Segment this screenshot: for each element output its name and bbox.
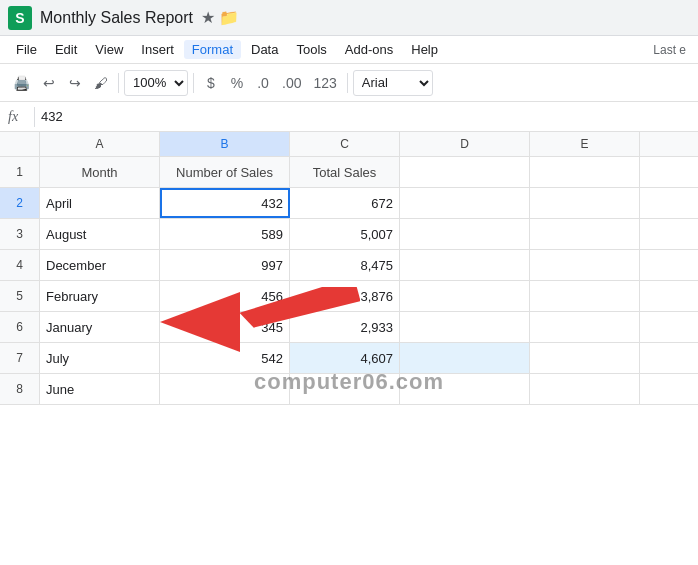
cell-d5[interactable] (400, 281, 530, 311)
cell-c6[interactable]: 2,933 (290, 312, 400, 342)
table-row: 3 August 589 5,007 (0, 219, 698, 250)
menu-file[interactable]: File (8, 40, 45, 59)
menu-view[interactable]: View (87, 40, 131, 59)
cell-a6[interactable]: January (40, 312, 160, 342)
cell-e2[interactable] (530, 188, 640, 218)
row-num[interactable]: 6 (0, 312, 40, 342)
row-num[interactable]: 5 (0, 281, 40, 311)
toolbar-divider-3 (347, 73, 348, 93)
cell-a3[interactable]: August (40, 219, 160, 249)
zoom-select[interactable]: 100% (124, 70, 188, 96)
decimal-inc-button[interactable]: .00 (277, 69, 306, 97)
col-header-c[interactable]: C (290, 132, 400, 156)
title-bar: S Monthly Sales Report ★ 📁 (0, 0, 698, 36)
table-row: 5 February 456 3,876 (0, 281, 698, 312)
app-logo: S (8, 6, 32, 30)
row-num-header (0, 132, 40, 156)
toolbar-divider-2 (193, 73, 194, 93)
cell-b3[interactable]: 589 (160, 219, 290, 249)
cell-a2[interactable]: April (40, 188, 160, 218)
table-row: 6 January 345 2,933 (0, 312, 698, 343)
paint-format-button[interactable]: 🖌 (89, 69, 113, 97)
currency-button[interactable]: $ (199, 69, 223, 97)
cell-a8[interactable]: June (40, 374, 160, 404)
cell-a1[interactable]: Month (40, 157, 160, 187)
cell-d3[interactable] (400, 219, 530, 249)
cell-d1[interactable] (400, 157, 530, 187)
font-select[interactable]: Arial (353, 70, 433, 96)
cell-d6[interactable] (400, 312, 530, 342)
formula-bar: fx 432 (0, 102, 698, 132)
watermark: computer06.com (254, 369, 444, 395)
cell-b6[interactable]: 345 (160, 312, 290, 342)
table-row: 1 Month Number of Sales Total Sales (0, 157, 698, 188)
spreadsheet-wrapper: A B C D E 1 Month Number of Sales Total … (0, 132, 698, 405)
col-header-a[interactable]: A (40, 132, 160, 156)
menu-edit[interactable]: Edit (47, 40, 85, 59)
cell-e6[interactable] (530, 312, 640, 342)
formula-icon: fx (8, 109, 28, 125)
row-num[interactable]: 7 (0, 343, 40, 373)
menu-bar: File Edit View Insert Format Data Tools … (0, 36, 698, 64)
grid: 1 Month Number of Sales Total Sales 2 Ap… (0, 157, 698, 405)
cell-e5[interactable] (530, 281, 640, 311)
formula-bar-divider (34, 107, 35, 127)
menu-addons[interactable]: Add-ons (337, 40, 401, 59)
cell-e3[interactable] (530, 219, 640, 249)
cell-c5[interactable]: 3,876 (290, 281, 400, 311)
toolbar-divider-1 (118, 73, 119, 93)
col-header-b[interactable]: B (160, 132, 290, 156)
cell-c4[interactable]: 8,475 (290, 250, 400, 280)
row-num[interactable]: 2 (0, 188, 40, 218)
menu-tools[interactable]: Tools (288, 40, 334, 59)
cell-c3[interactable]: 5,007 (290, 219, 400, 249)
cell-a7[interactable]: July (40, 343, 160, 373)
cell-e1[interactable] (530, 157, 640, 187)
spreadsheet-container: A B C D E 1 Month Number of Sales Total … (0, 132, 698, 405)
title-icons: ★ 📁 (201, 8, 239, 27)
table-row: 2 April 432 672 (0, 188, 698, 219)
cell-a5[interactable]: February (40, 281, 160, 311)
cell-e8[interactable] (530, 374, 640, 404)
last-edit-indicator: Last e (653, 43, 690, 57)
col-headers: A B C D E (0, 132, 698, 157)
cell-e4[interactable] (530, 250, 640, 280)
print-button[interactable]: 🖨️ (8, 69, 35, 97)
toolbar: 🖨️ ↩ ↪ 🖌 100% $ % .0 .00 123 Arial (0, 64, 698, 102)
menu-insert[interactable]: Insert (133, 40, 182, 59)
formula-value[interactable]: 432 (41, 109, 690, 124)
more-formats-button[interactable]: 123 (308, 69, 341, 97)
cell-b1[interactable]: Number of Sales (160, 157, 290, 187)
menu-help[interactable]: Help (403, 40, 446, 59)
table-row: 4 December 997 8,475 (0, 250, 698, 281)
col-header-e[interactable]: E (530, 132, 640, 156)
decimal-dec-button[interactable]: .0 (251, 69, 275, 97)
row-num[interactable]: 8 (0, 374, 40, 404)
row-num[interactable]: 1 (0, 157, 40, 187)
cell-d4[interactable] (400, 250, 530, 280)
cell-c2[interactable]: 672 (290, 188, 400, 218)
undo-button[interactable]: ↩ (37, 69, 61, 97)
cell-b4[interactable]: 997 (160, 250, 290, 280)
cell-b2[interactable]: 432 (160, 188, 290, 218)
row-num[interactable]: 3 (0, 219, 40, 249)
cell-c1[interactable]: Total Sales (290, 157, 400, 187)
menu-format[interactable]: Format (184, 40, 241, 59)
redo-button[interactable]: ↪ (63, 69, 87, 97)
star-icon[interactable]: ★ (201, 8, 215, 27)
logo-letter: S (15, 10, 24, 26)
app-title: Monthly Sales Report (40, 9, 193, 27)
cell-a4[interactable]: December (40, 250, 160, 280)
cell-d2[interactable] (400, 188, 530, 218)
col-header-d[interactable]: D (400, 132, 530, 156)
percent-button[interactable]: % (225, 69, 249, 97)
row-num[interactable]: 4 (0, 250, 40, 280)
folder-icon[interactable]: 📁 (219, 8, 239, 27)
cell-b5[interactable]: 456 (160, 281, 290, 311)
menu-data[interactable]: Data (243, 40, 286, 59)
cell-e7[interactable] (530, 343, 640, 373)
